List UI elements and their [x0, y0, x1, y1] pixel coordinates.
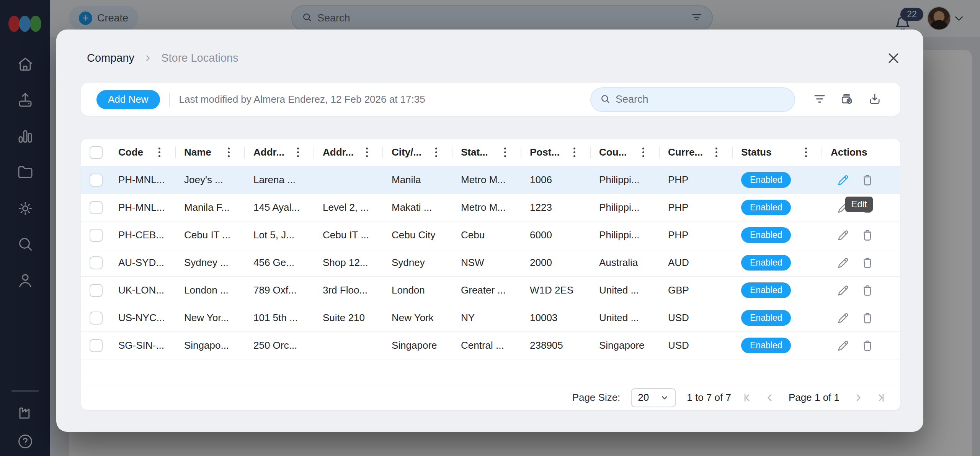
cell-state: Metro M... — [452, 174, 521, 186]
cell-name: New Yor... — [176, 312, 245, 324]
cell-country: Philippi... — [591, 229, 660, 241]
column-header-stat: Stat... — [452, 139, 521, 166]
cell-currency: PHP — [660, 202, 733, 213]
column-menu-icon[interactable] — [158, 148, 160, 157]
row-checkbox[interactable] — [90, 174, 103, 187]
edit-icon[interactable] — [836, 339, 850, 353]
status-badge: Enabled — [741, 255, 791, 271]
delete-icon[interactable] — [861, 311, 874, 325]
table-row[interactable]: PH-MNL...Manila F...145 Ayal...Level 2, … — [81, 194, 900, 221]
breadcrumb-section[interactable]: Company — [87, 52, 134, 64]
cell-currency: USD — [660, 340, 733, 351]
cell-postal: W1D 2ES — [521, 284, 591, 296]
cell-code: PH-MNL... — [110, 202, 176, 213]
column-header-status: Status — [733, 139, 822, 166]
table-row[interactable]: PH-CEB...Cebu IT ...Lot 5, J...Cebu IT .… — [81, 221, 900, 249]
cell-status: Enabled — [733, 227, 822, 243]
column-menu-icon[interactable] — [435, 148, 437, 157]
table-row[interactable]: AU-SYD...Sydney ...456 Ge...Shop 12...Sy… — [81, 249, 900, 277]
row-checkbox-cell — [81, 201, 110, 214]
column-label: Actions — [831, 146, 867, 158]
cell-actions — [822, 228, 900, 242]
cell-address1: 101 5th ... — [245, 312, 314, 324]
filter-icon[interactable] — [813, 92, 826, 107]
edit-tooltip: Edit — [845, 197, 873, 212]
cell-currency: PHP — [660, 229, 733, 241]
row-checkbox[interactable] — [90, 312, 103, 325]
row-checkbox[interactable] — [90, 284, 103, 297]
table-row[interactable]: US-NYC...New Yor...101 5th ...Suite 210N… — [81, 304, 900, 332]
edit-icon[interactable] — [836, 284, 850, 297]
breadcrumb: Company Store Locations — [87, 52, 238, 64]
cell-address2: 3rd Floo... — [314, 284, 383, 296]
cell-currency: PHP — [660, 174, 733, 186]
toolbar-divider — [169, 93, 170, 107]
column-menu-icon[interactable] — [366, 148, 368, 157]
column-header-curre: Curre... — [660, 139, 733, 166]
cell-state: Metro M... — [452, 202, 521, 213]
page-size-select[interactable]: 20 — [631, 388, 676, 407]
column-menu-icon[interactable] — [504, 148, 506, 157]
cell-postal: 1006 — [521, 174, 591, 186]
delete-icon[interactable] — [861, 284, 874, 297]
edit-icon[interactable] — [836, 173, 850, 187]
column-menu-icon[interactable] — [805, 148, 807, 157]
column-menu-icon[interactable] — [642, 148, 644, 157]
select-all-checkbox[interactable] — [90, 146, 103, 159]
row-checkbox-cell — [81, 256, 110, 269]
cell-address1: Larena ... — [245, 174, 314, 186]
cell-country: Singapore — [591, 340, 660, 351]
cell-country: United ... — [591, 312, 660, 324]
delete-icon[interactable] — [861, 173, 874, 187]
cell-status: Enabled — [733, 310, 822, 326]
archive-box-icon[interactable] — [840, 92, 854, 107]
column-header-city: City/... — [383, 139, 452, 166]
row-checkbox[interactable] — [90, 339, 103, 352]
column-label: Curre... — [668, 146, 703, 158]
chevron-down-icon — [660, 393, 669, 402]
row-checkbox[interactable] — [90, 229, 103, 242]
status-badge: Enabled — [741, 310, 791, 326]
cell-name: Joey's ... — [176, 174, 245, 186]
status-badge: Enabled — [741, 282, 791, 298]
first-page-icon[interactable] — [742, 392, 753, 404]
cell-code: UK-LON... — [110, 284, 176, 296]
table-row[interactable]: PH-MNL...Joey's ...Larena ...ManilaMetro… — [81, 166, 900, 194]
edit-icon[interactable] — [836, 228, 850, 242]
row-checkbox[interactable] — [90, 256, 103, 269]
cell-code: SG-SIN-... — [110, 340, 176, 351]
delete-icon[interactable] — [861, 228, 874, 242]
edit-icon[interactable] — [836, 256, 850, 270]
column-label: City/... — [392, 146, 421, 158]
column-menu-icon[interactable] — [228, 148, 230, 157]
table-row[interactable]: SG-SIN-...Singapo...250 Orc...SingaporeC… — [81, 332, 900, 359]
cell-address1: Lot 5, J... — [245, 229, 314, 241]
cell-state: Greater ... — [452, 284, 521, 296]
delete-icon[interactable] — [861, 256, 874, 270]
column-menu-icon[interactable] — [573, 148, 575, 157]
last-page-icon[interactable] — [875, 392, 886, 404]
edit-icon[interactable] — [836, 311, 850, 325]
add-new-button[interactable]: Add New — [96, 90, 160, 109]
table-header-checkbox-cell — [81, 139, 110, 166]
column-menu-icon[interactable] — [715, 148, 717, 157]
cell-city: London — [383, 284, 452, 296]
column-header-addr: Addr... — [314, 139, 383, 166]
table-row[interactable]: UK-LON...London ...789 Oxf...3rd Floo...… — [81, 277, 900, 304]
cell-code: PH-MNL... — [110, 174, 176, 186]
cell-code: AU-SYD... — [110, 257, 176, 269]
previous-page-icon[interactable] — [764, 392, 776, 404]
toolbar-icons — [813, 92, 882, 107]
column-header-actions: Actions — [822, 139, 900, 166]
next-page-icon[interactable] — [853, 392, 864, 404]
column-header-code: Code — [110, 139, 176, 166]
table-search-input[interactable]: Search — [590, 87, 795, 112]
cell-address1: 789 Oxf... — [245, 284, 314, 296]
page-indicator-text: Page 1 of 1 — [789, 392, 840, 404]
status-badge: Enabled — [741, 338, 791, 353]
close-icon[interactable] — [886, 51, 901, 66]
row-checkbox[interactable] — [90, 201, 103, 214]
download-icon[interactable] — [868, 92, 882, 107]
delete-icon[interactable] — [861, 339, 874, 353]
column-menu-icon[interactable] — [297, 148, 299, 157]
